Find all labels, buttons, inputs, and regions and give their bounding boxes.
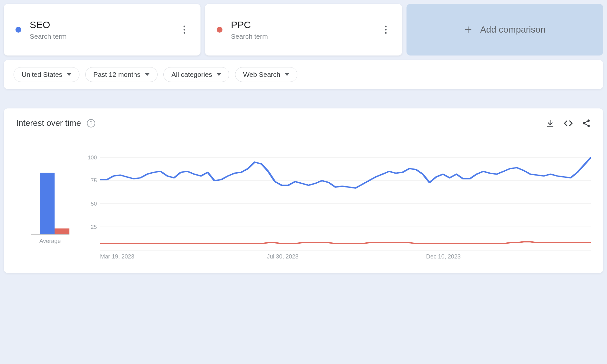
term-1-text: SEO Search term: [30, 19, 67, 40]
average-bars: [31, 157, 69, 235]
comparison-term-row: SEO Search term PPC Search term Add comp…: [4, 4, 603, 56]
x-tick-1: Jul 30, 2023: [267, 253, 298, 260]
term-2-menu-button[interactable]: [380, 24, 392, 35]
svg-point-2: [184, 32, 185, 34]
filters-bar: United States Past 12 months All categor…: [4, 60, 603, 89]
term-card-2[interactable]: PPC Search term: [205, 4, 402, 56]
share-button[interactable]: [582, 119, 591, 128]
chart-title: Interest over time: [16, 118, 81, 128]
line-chart: 100 75 50 25 Mar 19, 2023 Jul 30, 2023 D…: [84, 157, 591, 260]
term-2-color-dot: [217, 27, 222, 33]
svg-point-1: [184, 29, 185, 31]
share-icon: [582, 119, 591, 128]
caret-down-icon: [285, 72, 289, 77]
embed-icon: [564, 119, 573, 128]
x-axis-labels: Mar 19, 2023 Jul 30, 2023 Dec 10, 2023: [100, 253, 591, 260]
embed-button[interactable]: [564, 119, 573, 128]
filter-search-type[interactable]: Web Search: [235, 67, 297, 82]
filter-category-label: All categories: [171, 71, 212, 78]
x-tick-0: Mar 19, 2023: [100, 253, 134, 260]
svg-point-8: [588, 119, 590, 122]
svg-point-0: [184, 26, 185, 27]
svg-point-5: [385, 32, 386, 34]
filter-geo[interactable]: United States: [14, 67, 79, 82]
svg-point-4: [385, 29, 386, 31]
term-2-label: PPC: [231, 19, 268, 31]
y-tick-50: 50: [91, 201, 97, 207]
kebab-icon: [183, 25, 185, 34]
y-axis-labels: 100 75 50 25: [84, 157, 100, 250]
add-comparison-label: Add comparison: [480, 25, 545, 35]
line-series-2: [100, 242, 591, 244]
caret-down-icon: [145, 72, 149, 77]
filter-category[interactable]: All categories: [163, 67, 229, 82]
filter-search-type-label: Web Search: [243, 71, 280, 78]
filter-geo-label: United States: [22, 71, 62, 78]
x-tick-2: Dec 10, 2023: [426, 253, 461, 260]
svg-point-9: [583, 122, 585, 124]
line-chart-svg: [100, 157, 591, 251]
caret-down-icon: [217, 72, 221, 77]
term-1-sub: Search term: [30, 33, 67, 40]
kebab-icon: [385, 25, 387, 34]
svg-point-3: [385, 26, 386, 27]
filter-time[interactable]: Past 12 months: [85, 67, 158, 82]
download-icon: [546, 119, 555, 128]
y-tick-75: 75: [91, 177, 97, 184]
filter-time-label: Past 12 months: [93, 71, 140, 78]
interest-over-time-card: Interest over time ? Average 100: [4, 108, 603, 273]
add-comparison-button[interactable]: Add comparison: [406, 4, 603, 56]
chart-header: Interest over time ?: [16, 118, 591, 128]
help-icon[interactable]: ?: [87, 119, 95, 127]
term-2-text: PPC Search term: [231, 19, 268, 40]
average-label: Average: [39, 238, 61, 245]
avg-bar-series-1: [40, 173, 55, 234]
term-2-sub: Search term: [231, 33, 268, 40]
y-tick-25: 25: [91, 224, 97, 230]
term-1-menu-button[interactable]: [179, 24, 190, 35]
average-block: Average: [16, 157, 84, 260]
chart-body: Average 100 75 50 25 Mar 19, 2023 Jul 30…: [16, 157, 591, 260]
term-1-label: SEO: [30, 19, 67, 31]
plus-icon: [464, 25, 472, 34]
caret-down-icon: [67, 72, 71, 77]
avg-bar-series-2: [55, 228, 69, 234]
term-1-color-dot: [15, 27, 21, 33]
line-series-1: [100, 157, 591, 188]
y-tick-100: 100: [88, 155, 97, 161]
download-button[interactable]: [546, 119, 555, 128]
chart-actions: [546, 119, 591, 128]
svg-point-10: [588, 125, 590, 127]
term-card-1[interactable]: SEO Search term: [4, 4, 201, 56]
